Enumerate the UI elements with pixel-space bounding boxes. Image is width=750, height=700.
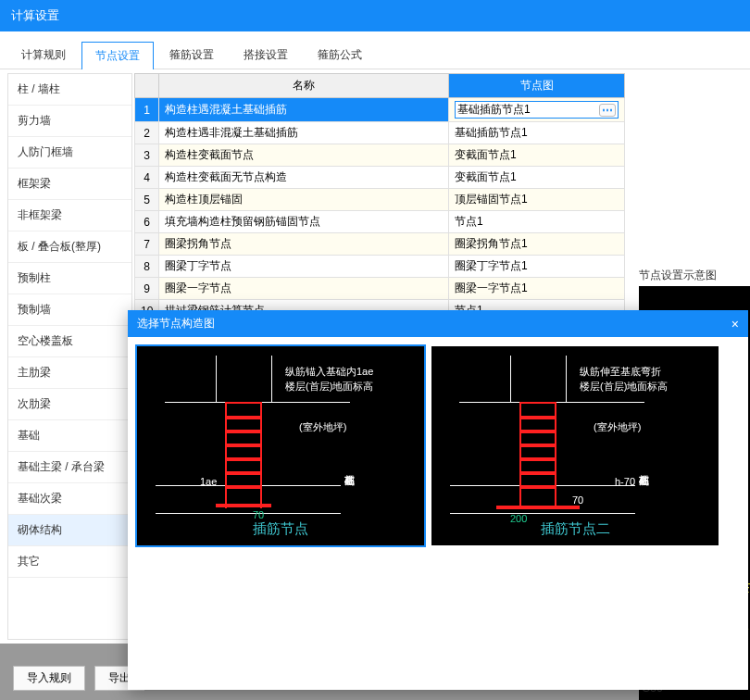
- table-row[interactable]: 9 圈梁一字节点 圈梁一字节点1: [135, 278, 625, 300]
- diagram-la: h-70: [615, 476, 635, 487]
- diagram-caption: 插筋节点二: [541, 520, 610, 538]
- table-row[interactable]: 2 构造柱遇非混凝土基础插筋 基础插筋节点1: [135, 122, 625, 144]
- table-row[interactable]: 3 构造柱变截面节点 变截面节点1: [135, 144, 625, 167]
- tab-node-settings[interactable]: 节点设置: [81, 42, 154, 69]
- cat-shearwall[interactable]: 剪力墙: [8, 106, 131, 137]
- cat-frame-beam[interactable]: 框架梁: [8, 169, 131, 200]
- table-row[interactable]: 1 构造柱遇混凝土基础插筋 基础插筋节点1 ⋯: [135, 98, 625, 122]
- cat-nonframe-beam[interactable]: 非框架梁: [8, 200, 131, 231]
- tab-stirrup-formula[interactable]: 箍筋公式: [304, 41, 376, 69]
- table-row[interactable]: 5 构造柱顶层锚固 顶层锚固节点1: [135, 189, 625, 211]
- cat-main-rib[interactable]: 主肋梁: [8, 357, 131, 389]
- cat-other[interactable]: 其它: [8, 546, 131, 578]
- tab-strip: 计算规则 节点设置 箍筋设置 搭接设置 箍筋公式: [0, 31, 750, 69]
- ellipsis-button[interactable]: ⋯: [599, 104, 616, 117]
- node-value: 基础插筋节点1: [457, 102, 531, 118]
- cat-civil-defense[interactable]: 人防门框墙: [8, 137, 131, 169]
- diagram-annot: 纵筋伸至基底弯折: [580, 365, 661, 379]
- node-table: 名称 节点图 1 构造柱遇混凝土基础插筋 基础插筋节点1 ⋯ 2 构造柱遇非混凝…: [134, 73, 625, 322]
- diagram-dim: 200: [510, 513, 527, 524]
- table-row[interactable]: 4 构造柱变截面无节点构造 变截面节点1: [135, 167, 625, 189]
- table-row[interactable]: 7 圈梁拐角节点 圈梁拐角节点1: [135, 233, 625, 256]
- category-list: 柱 / 墙柱 剪力墙 人防门框墙 框架梁 非框架梁 板 / 叠合板(整厚) 预制…: [7, 73, 132, 640]
- tab-lap-settings[interactable]: 搭接设置: [230, 41, 302, 69]
- cat-column[interactable]: 柱 / 墙柱: [8, 74, 131, 106]
- node-cell-editor[interactable]: 基础插筋节点1 ⋯: [449, 98, 625, 122]
- cat-masonry[interactable]: 砌体结构: [8, 515, 131, 546]
- diagram-option-1[interactable]: 纵筋锚入基础内1ae 楼层(首层)地面标高 (室外地坪) 1ae 70 基础底标…: [137, 346, 424, 545]
- diagram-dim2: 70: [572, 494, 583, 506]
- cat-foundation-beam[interactable]: 基础主梁 / 承台梁: [8, 452, 131, 483]
- diagram-annot: 楼层(首层)地面标高: [580, 380, 668, 394]
- diagram-caption: 插筋节点: [253, 520, 308, 538]
- import-rules-button[interactable]: 导入规则: [13, 666, 85, 691]
- modal-title-text: 选择节点构造图: [137, 316, 215, 331]
- col-idx: [135, 74, 159, 98]
- diagram-annot: (室外地坪): [299, 420, 346, 434]
- cat-precast-wall[interactable]: 预制墙: [8, 294, 131, 326]
- cat-foundation[interactable]: 基础: [8, 420, 131, 452]
- col-node: 节点图: [449, 74, 625, 98]
- diagram-option-2[interactable]: 纵筋伸至基底弯折 楼层(首层)地面标高 (室外地坪) h-70 200 70 基…: [431, 346, 719, 545]
- cat-sec-rib[interactable]: 次肋梁: [8, 389, 131, 420]
- tab-calc-rules[interactable]: 计算规则: [7, 41, 80, 69]
- window-title: 计算设置: [0, 0, 750, 31]
- cat-precast-col[interactable]: 预制柱: [8, 263, 131, 294]
- diagram-annot: 纵筋锚入基础内1ae: [285, 365, 373, 379]
- schematic-title: 节点设置示意图: [639, 268, 717, 283]
- cat-foundation-sec-beam[interactable]: 基础次梁: [8, 483, 131, 515]
- diagram-dim: 70: [253, 509, 264, 520]
- col-name: 名称: [159, 74, 449, 98]
- table-row[interactable]: 8 圈梁丁字节点 圈梁丁字节点1: [135, 256, 625, 278]
- table-row[interactable]: 6 填充墙构造柱预留钢筋锚固节点 节点1: [135, 211, 625, 233]
- cat-hollow-slab[interactable]: 空心楼盖板: [8, 326, 131, 357]
- close-icon[interactable]: ×: [731, 317, 739, 331]
- tab-stirrup-settings[interactable]: 箍筋设置: [156, 41, 228, 69]
- select-node-diagram-dialog: 选择节点构造图 × 纵筋锚入基础内1ae 楼层(首层)地面标高 (室外地坪) 1…: [128, 310, 748, 690]
- diagram-annot: 楼层(首层)地面标高: [285, 380, 373, 394]
- diagram-annot: (室外地坪): [594, 420, 641, 434]
- diagram-la: 1ae: [200, 476, 217, 487]
- cat-slab[interactable]: 板 / 叠合板(整厚): [8, 231, 131, 263]
